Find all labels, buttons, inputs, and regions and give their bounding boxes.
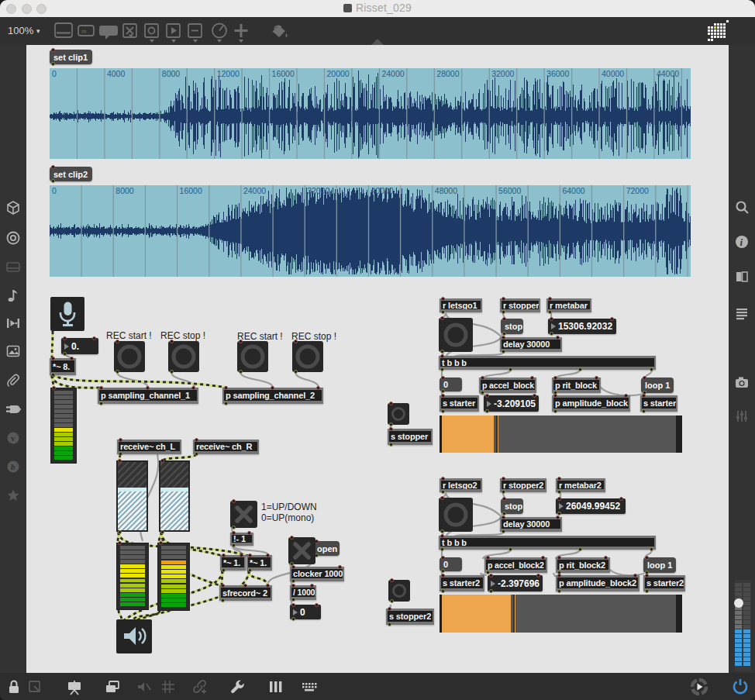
svg-text:m: m bbox=[81, 27, 87, 35]
svg-text:b: b bbox=[11, 462, 16, 471]
svg-text:v: v bbox=[11, 433, 16, 443]
svg-text:i: i bbox=[740, 236, 743, 248]
